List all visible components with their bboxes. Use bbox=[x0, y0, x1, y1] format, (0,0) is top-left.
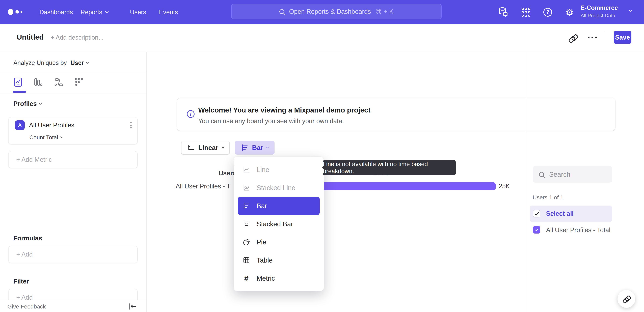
chevron-down-icon bbox=[39, 102, 42, 104]
pie-chart-icon bbox=[242, 238, 250, 246]
divider bbox=[0, 94, 147, 94]
chevron-down-icon[interactable] bbox=[86, 61, 89, 64]
line-chart-icon bbox=[242, 166, 250, 174]
question-icon: ? bbox=[544, 8, 552, 16]
database-gear-icon bbox=[498, 7, 509, 18]
more-options-button[interactable] bbox=[588, 37, 597, 38]
axis-icon bbox=[187, 144, 194, 152]
legend-count: Users 1 of 1 bbox=[533, 194, 563, 201]
divider bbox=[0, 72, 147, 72]
report-title-bar: Untitled + Add description... Save bbox=[0, 24, 644, 52]
table-icon bbox=[242, 256, 250, 264]
add-metric-button[interactable]: + Add Metric bbox=[8, 151, 138, 168]
add-description[interactable]: + Add description... bbox=[51, 34, 104, 41]
info-icon: i bbox=[187, 110, 194, 118]
scale-select-button[interactable]: Linear bbox=[181, 141, 230, 154]
sidebar-footer: Give Feedback bbox=[0, 300, 146, 312]
bar-value-label: 25K bbox=[499, 182, 510, 190]
filter-section-header: Filter bbox=[14, 278, 29, 285]
data-management-button[interactable] bbox=[496, 0, 510, 24]
chevron-down-icon bbox=[222, 146, 224, 148]
select-all-row[interactable]: Select all bbox=[530, 206, 612, 222]
analyze-uniques-row: Analyze Uniques by User bbox=[14, 57, 88, 69]
demo-banner: i Welcome! You are viewing a Mixpanel de… bbox=[177, 98, 616, 131]
grid-icon bbox=[522, 8, 530, 16]
tab-flows[interactable] bbox=[54, 77, 64, 87]
report-title[interactable]: Untitled bbox=[17, 33, 44, 41]
analyze-entity-select[interactable]: User bbox=[70, 59, 84, 66]
hash-icon: # bbox=[242, 274, 250, 283]
collapse-sidebar-icon[interactable] bbox=[130, 303, 137, 310]
flows-icon bbox=[54, 77, 64, 87]
project-switcher[interactable]: E-Commerce All Project Data bbox=[580, 4, 618, 18]
give-feedback-link[interactable]: Give Feedback bbox=[8, 303, 46, 310]
project-chevron-icon[interactable] bbox=[629, 8, 632, 12]
legend-search-placeholder: Search bbox=[549, 171, 570, 178]
apps-grid-button[interactable] bbox=[519, 0, 533, 24]
dropdown-item-bar[interactable]: Bar bbox=[238, 197, 320, 215]
save-button[interactable]: Save bbox=[614, 31, 632, 44]
dropdown-item-table[interactable]: Table bbox=[238, 251, 320, 269]
banner-title: Welcome! You are viewing a Mixpanel demo… bbox=[198, 106, 370, 114]
active-tab-indicator bbox=[13, 91, 26, 93]
tab-insights[interactable] bbox=[13, 77, 23, 87]
share-link-fab[interactable] bbox=[618, 290, 635, 308]
mixpanel-logo-icon[interactable] bbox=[8, 8, 23, 16]
insights-chart-icon bbox=[13, 77, 23, 87]
dropdown-item-metric[interactable]: # Metric bbox=[238, 269, 320, 287]
vertical-bars-icon bbox=[33, 77, 43, 87]
add-formula-button[interactable]: + Add bbox=[8, 246, 138, 263]
dots-grid-icon bbox=[74, 77, 84, 87]
dropdown-item-pie[interactable]: Pie bbox=[238, 233, 320, 251]
divider bbox=[604, 31, 604, 45]
report-canvas: i Welcome! You are viewing a Mixpanel de… bbox=[147, 52, 644, 312]
search-shortcut: ⌘ + K bbox=[376, 8, 394, 15]
link-icon bbox=[622, 295, 630, 303]
nav-events[interactable]: Events bbox=[159, 0, 178, 24]
chevron-down-icon bbox=[60, 136, 63, 138]
metric-name[interactable]: All User Profiles bbox=[29, 122, 74, 129]
tab-funnels[interactable] bbox=[33, 77, 43, 87]
nav-dashboards[interactable]: Dashboards bbox=[40, 0, 73, 24]
kebab-menu-icon[interactable] bbox=[130, 122, 132, 128]
query-builder-sidebar: Analyze Uniques by User bbox=[0, 52, 147, 312]
metric-badge: A bbox=[15, 120, 25, 130]
project-scope: All Project Data bbox=[580, 13, 618, 18]
dropdown-item-stacked-line: Stacked Line bbox=[238, 179, 320, 197]
nav-reports[interactable]: Reports bbox=[80, 0, 108, 24]
settings-button[interactable]: ⚙ bbox=[563, 0, 576, 24]
gear-icon: ⚙ bbox=[566, 8, 574, 17]
dropdown-item-line: Line bbox=[238, 160, 320, 179]
panel-divider bbox=[526, 52, 526, 312]
tab-retention[interactable] bbox=[74, 77, 84, 87]
search-icon bbox=[280, 9, 284, 14]
search-icon bbox=[539, 172, 544, 177]
project-name: E-Commerce bbox=[580, 4, 618, 12]
top-nav: Dashboards Reports Users Events Open Rep… bbox=[0, 0, 644, 24]
series-checkbox[interactable] bbox=[533, 226, 540, 234]
profiles-section-header[interactable]: Profiles bbox=[14, 100, 42, 108]
horizontal-bar-chart-icon bbox=[241, 144, 249, 152]
chevron-down-icon bbox=[105, 10, 108, 13]
horizontal-bar-chart-icon bbox=[242, 202, 250, 210]
legend-search-input[interactable]: Search bbox=[533, 166, 612, 182]
dropdown-item-stacked-bar[interactable]: Stacked Bar bbox=[238, 215, 320, 233]
global-search-input[interactable]: Open Reports & Dashboards ⌘ + K bbox=[231, 4, 442, 19]
stacked-bar-chart-icon bbox=[242, 220, 250, 228]
analyze-label: Analyze Uniques by bbox=[14, 59, 67, 66]
select-all-checkbox[interactable] bbox=[533, 210, 540, 218]
chevron-down-icon bbox=[266, 146, 269, 148]
copy-link-icon[interactable] bbox=[568, 34, 577, 42]
line-disabled-tooltip: Line is not available with no time based… bbox=[323, 160, 456, 175]
nav-users[interactable]: Users bbox=[130, 0, 146, 24]
banner-subtitle: You can use any board you see with your … bbox=[198, 118, 344, 125]
formulas-section-header: Formulas bbox=[14, 235, 42, 242]
stacked-line-chart-icon bbox=[242, 184, 250, 192]
select-all-label: Select all bbox=[546, 210, 574, 217]
aggregation-select[interactable]: Count Total bbox=[29, 134, 62, 141]
help-button[interactable]: ? bbox=[541, 0, 554, 24]
chart-type-button[interactable]: Bar bbox=[235, 141, 274, 154]
metric-card[interactable]: A All User Profiles Count Total bbox=[8, 117, 138, 144]
series-label: All User Profiles - Total bbox=[546, 226, 610, 234]
series-row[interactable]: All User Profiles - Total bbox=[530, 222, 612, 238]
